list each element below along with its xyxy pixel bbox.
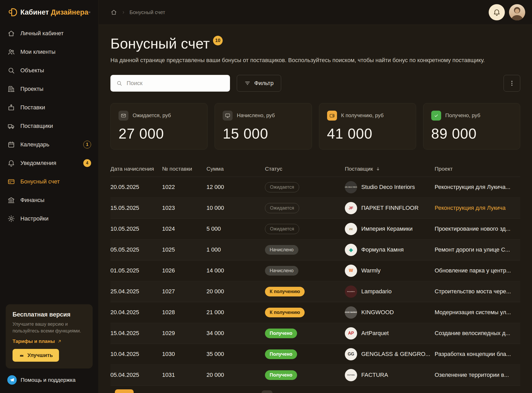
- cell-supplier: studio deco interiorsStudio Deco Interio…: [345, 181, 435, 193]
- column-header-label: Поставщик: [345, 166, 373, 172]
- cell-date: 20.05.2025: [110, 184, 162, 190]
- column-header-label: Сумма: [206, 166, 224, 172]
- app-logo[interactable]: Кабинет Дизайнера: [7, 7, 88, 18]
- cell-date: 10.04.2025: [110, 351, 162, 358]
- sidebar: Кабинет Дизайнера Личный кабинетМои клие…: [0, 0, 99, 393]
- controls-row: Фильтр: [110, 75, 520, 92]
- sidebar-item-finance[interactable]: Финансы: [0, 191, 98, 209]
- bell-icon: [493, 8, 501, 16]
- table-row[interactable]: 10.04.2025103035 000ПолученоGGGENGLASS &…: [110, 344, 520, 365]
- column-header-2[interactable]: Сумма: [206, 166, 265, 172]
- table-row[interactable]: 01.05.2025102614 000НачисленоWWarmlyОбно…: [110, 260, 520, 281]
- sidebar-item-settings[interactable]: Настройки: [0, 209, 98, 228]
- brand-accent: Дизайнера: [51, 8, 88, 16]
- table-row[interactable]: 10.05.202510245 000ОжидаетсяикИмперия Ке…: [110, 219, 520, 240]
- table-row[interactable]: 25.04.2025102720 000К получениюlampadari…: [110, 281, 520, 302]
- supplier-name: Lampadario: [361, 288, 392, 295]
- cell-supplier: икИмперия Керамики: [345, 223, 435, 235]
- more-options-button[interactable]: [504, 75, 520, 92]
- cell-project: Строительство моста чере...: [435, 288, 520, 295]
- cell-status: Ожидается: [265, 224, 345, 234]
- filter-button-label: Фильтр: [254, 80, 274, 87]
- pagination-button[interactable]: [115, 389, 134, 393]
- user-avatar[interactable]: [509, 4, 525, 20]
- notifications-button[interactable]: [489, 4, 505, 20]
- status-badge: Получено: [265, 370, 297, 380]
- upgrade-title: Бесплатная версия: [13, 311, 86, 318]
- mail-icon: [121, 113, 126, 118]
- supplier-logo: W: [345, 265, 357, 277]
- sidebar-item-calendar[interactable]: Календарь1: [0, 135, 98, 154]
- stat-value: 41 000: [327, 125, 408, 142]
- column-header-label: № поставки: [162, 166, 192, 172]
- table-row[interactable]: 05.04.2025103120 000ПолученоFACTURAFACTU…: [110, 365, 520, 386]
- column-header-4[interactable]: Поставщик: [345, 166, 435, 172]
- column-header-0[interactable]: Дата начисления: [110, 166, 162, 172]
- home-icon[interactable]: [110, 9, 117, 16]
- cell-supply-no: 1023: [162, 205, 206, 211]
- bonus-count-badge: 10: [213, 36, 223, 45]
- table-row[interactable]: 15.05.2025102310 000ОжидаетсяJFПАРКЕТ FI…: [110, 198, 520, 219]
- search-input[interactable]: [110, 75, 230, 92]
- column-header-5[interactable]: Проект: [435, 166, 520, 172]
- page-content: Бонусный счет 10 На данной странице пред…: [99, 25, 532, 393]
- stat-card-header: Получено, руб: [431, 111, 512, 121]
- column-header-3[interactable]: Статус: [265, 166, 345, 172]
- supplier-logo: WOOD MARKET: [345, 306, 357, 319]
- sidebar-item-projects[interactable]: Проекты: [0, 80, 98, 98]
- sidebar-item-supplies[interactable]: Поставки: [0, 98, 98, 117]
- cell-supplier: APArtParquet: [345, 327, 435, 340]
- cell-supplier: GGGENGLASS & GENGRO...: [345, 348, 435, 360]
- supplier-logo: studio deco interiors: [345, 181, 357, 193]
- supplier-logo: GG: [345, 348, 357, 360]
- stat-label: Начислено, руб: [237, 112, 275, 118]
- status-badge: Ожидается: [265, 182, 299, 192]
- stat-value: 27 000: [119, 125, 199, 142]
- upgrade-button[interactable]: Улучшить: [13, 349, 59, 362]
- sidebar-item-notifications[interactable]: Уведомления4: [0, 154, 98, 172]
- table-row[interactable]: 20.04.2025102821 000К получениюWOOD MARK…: [110, 302, 520, 323]
- projects-icon: [7, 85, 15, 93]
- sidebar-item-label: Проекты: [20, 86, 43, 92]
- page-description: На данной странице представлены ваши бон…: [110, 56, 510, 64]
- sidebar-item-bonus-account[interactable]: Бонусный счет: [0, 172, 98, 191]
- sidebar-item-suppliers[interactable]: Поставщики: [0, 117, 98, 135]
- sidebar-item-clients[interactable]: Мои клиенты: [0, 43, 98, 61]
- supplier-logo: ик: [345, 223, 357, 235]
- supplies-icon: [7, 104, 15, 111]
- cell-amount: 1 000: [206, 246, 265, 253]
- cell-project: Реконструкция для Лукича...: [435, 184, 520, 190]
- supplier-logo: lampadario: [345, 285, 357, 298]
- sidebar-item-objects[interactable]: Объекты: [0, 61, 98, 80]
- bonus-table: Дата начисления№ поставкиСуммаСтатусПост…: [110, 161, 520, 386]
- pagination-control[interactable]: [262, 390, 273, 393]
- table-row[interactable]: 05.05.202510251 000Начислено◆Формула Кам…: [110, 240, 520, 260]
- brand-primary: Кабинет: [20, 8, 49, 16]
- table-row[interactable]: 20.05.2025102212 000Ожидаетсяstudio deco…: [110, 177, 520, 198]
- column-header-1[interactable]: № поставки: [162, 166, 206, 172]
- supplier-name: GENGLASS & GENGRO...: [361, 351, 430, 358]
- app-root: Кабинет Дизайнера Личный кабинетМои клие…: [0, 0, 532, 393]
- breadcrumb-current: Бонусный счет: [129, 9, 165, 15]
- cell-project[interactable]: Реконструкция для Лукича: [435, 205, 520, 211]
- menu-toggle-icon[interactable]: [88, 8, 91, 17]
- help-support-link[interactable]: Помощь и поддержка: [0, 375, 98, 393]
- sidebar-item-label: Финансы: [20, 197, 44, 204]
- cell-project: Обновление парка у центр...: [435, 267, 520, 274]
- sidebar-item-personal-cabinet[interactable]: Личный кабинет: [0, 24, 98, 43]
- sort-down-icon: [375, 166, 381, 171]
- cell-supply-no: 1028: [162, 309, 206, 316]
- search-icon: [7, 67, 15, 74]
- cell-amount: 35 000: [206, 351, 265, 358]
- cell-supply-no: 1025: [162, 246, 206, 253]
- upgrade-text: Улучшите вашу версию и пользуйтесь всеми…: [13, 321, 86, 334]
- status-badge: Получено: [265, 349, 297, 359]
- filter-button[interactable]: Фильтр: [237, 75, 281, 92]
- plans-link[interactable]: Тарифы и планы: [13, 338, 62, 344]
- stat-card-received: Получено, руб89 000: [423, 103, 520, 150]
- cell-status: Начислено: [265, 266, 345, 276]
- cell-supply-no: 1029: [162, 330, 206, 337]
- table-row[interactable]: 15.04.2025102934 000ПолученоAPArtParquet…: [110, 323, 520, 344]
- search-icon: [116, 80, 122, 86]
- cell-amount: 20 000: [206, 288, 265, 295]
